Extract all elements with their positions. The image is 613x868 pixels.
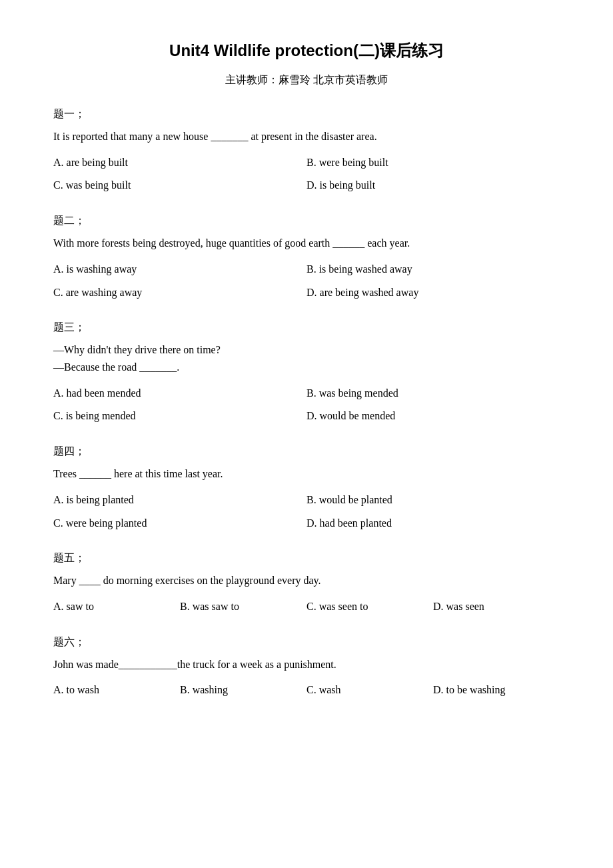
page-title: Unit4 Wildlife protection(二)课后练习 xyxy=(53,40,560,61)
question-text-2: With more forests being destroyed, huge … xyxy=(53,235,560,252)
option-b-q4: B. would be planted xyxy=(306,491,560,510)
options-row2-q1: C. was being builtD. is being built xyxy=(53,176,560,195)
question-label-4: 题四； xyxy=(53,445,560,459)
question-block-4: 题四；Trees ______ here at this time last y… xyxy=(53,445,560,533)
option-d-q1: D. is being built xyxy=(306,176,560,195)
question-text-6: John was made___________the truck for a … xyxy=(53,656,560,673)
question-block-5: 题五；Mary ____ do morning exercises on the… xyxy=(53,551,560,616)
option-b-q3: B. was being mended xyxy=(306,384,560,403)
question-label-1: 题一； xyxy=(53,107,560,121)
option-d-q6: D. to be washing xyxy=(433,681,560,700)
option-a-q2: A. is washing away xyxy=(53,260,306,279)
question-block-1: 题一；It is reported that many a new house … xyxy=(53,107,560,195)
option-c-q4: C. were being planted xyxy=(53,514,306,533)
option-d-q2: D. are being washed away xyxy=(306,283,560,303)
question-label-5: 题五； xyxy=(53,551,560,565)
option-a-q6: A. to wash xyxy=(53,681,180,700)
option-d-q4: D. had been planted xyxy=(306,514,560,533)
option-c-q2: C. are washing away xyxy=(53,283,306,303)
question-label-6: 题六； xyxy=(53,635,560,649)
option-a-q5: A. saw to xyxy=(53,597,180,617)
option-b-q5: B. was saw to xyxy=(180,597,306,617)
option-c-q3: C. is being mended xyxy=(53,407,306,426)
question-label-3: 题三； xyxy=(53,321,560,335)
options-row2-q3: C. is being mendedD. would be mended xyxy=(53,407,560,426)
options-row-q6: A. to washB. washingC. washD. to be wash… xyxy=(53,681,560,700)
option-b-q1: B. were being built xyxy=(306,153,560,173)
options-row2-q2: C. are washing awayD. are being washed a… xyxy=(53,283,560,303)
question-text-1: It is reported that many a new house ___… xyxy=(53,128,560,145)
options-row1-q3: A. had been mendedB. was being mended xyxy=(53,384,560,403)
options-row1-q1: A. are being builtB. were being built xyxy=(53,153,560,173)
question-text-5: Mary ____ do morning exercises on the pl… xyxy=(53,572,560,589)
question-text-4: Trees ______ here at this time last year… xyxy=(53,465,560,483)
question-text-3: —Why didn't they drive there on time?—Be… xyxy=(53,341,560,375)
question-label-2: 题二； xyxy=(53,214,560,228)
question-block-2: 题二；With more forests being destroyed, hu… xyxy=(53,214,560,302)
option-a-q1: A. are being built xyxy=(53,153,306,173)
options-row2-q4: C. were being plantedD. had been planted xyxy=(53,514,560,533)
options-row1-q2: A. is washing awayB. is being washed awa… xyxy=(53,260,560,279)
option-b-q2: B. is being washed away xyxy=(306,260,560,279)
option-c-q1: C. was being built xyxy=(53,176,306,195)
option-a-q4: A. is being planted xyxy=(53,491,306,510)
option-a-q3: A. had been mended xyxy=(53,384,306,403)
option-d-q3: D. would be mended xyxy=(306,407,560,426)
options-row1-q4: A. is being plantedB. would be planted xyxy=(53,491,560,510)
options-row-q5: A. saw toB. was saw toC. was seen toD. w… xyxy=(53,597,560,617)
option-b-q6: B. washing xyxy=(180,681,306,700)
option-c-q6: C. wash xyxy=(306,681,433,700)
question-block-6: 题六；John was made___________the truck for… xyxy=(53,635,560,700)
subtitle: 主讲教师：麻雪玲 北京市英语教师 xyxy=(53,73,560,87)
option-d-q5: D. was seen xyxy=(433,597,560,617)
option-c-q5: C. was seen to xyxy=(306,597,433,617)
question-block-3: 题三；—Why didn't they drive there on time?… xyxy=(53,321,560,426)
